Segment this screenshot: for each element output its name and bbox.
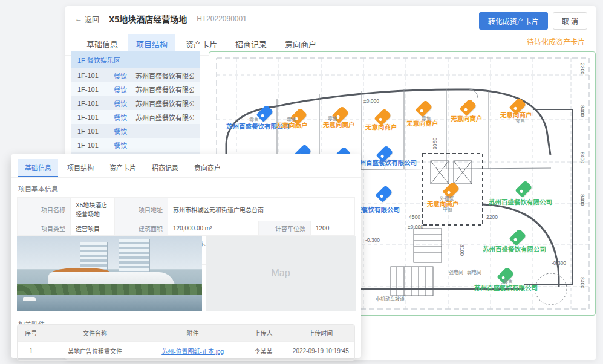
- project-address-label: 项目地址: [115, 198, 168, 221]
- project-name-label: 项目名称: [18, 198, 71, 221]
- plan-label: 非机动车坡道: [376, 295, 405, 302]
- attachments-column-header: 上传人: [240, 325, 287, 341]
- front-tab[interactable]: 招商记录: [145, 159, 185, 177]
- plan-label: ±0.000: [363, 98, 379, 104]
- plan-label: 无意向商户: [451, 114, 483, 123]
- project-type-value: 运营项目: [71, 221, 115, 236]
- plan-label: 弱电间: [467, 268, 481, 275]
- building-area-label: 建筑面积: [115, 221, 168, 236]
- plan-label: 无意向商户: [365, 122, 397, 131]
- contract-code: HT2022090001: [197, 15, 247, 23]
- unit-list: 1F 餐饮娱乐区 1F-101餐饮苏州百盛餐饮有限公司1F-101餐饮苏州百盛餐…: [71, 51, 200, 166]
- page-title: X5地块酒店经营场地: [109, 13, 187, 25]
- unit-group-header[interactable]: 1F 餐饮娱乐区: [71, 51, 200, 68]
- map-placeholder-text: Map: [271, 268, 290, 279]
- attachment-cell: 2022-09-19 10:19:45: [287, 341, 354, 360]
- unit-type: 餐饮: [114, 112, 135, 122]
- convert-to-asset-card-button[interactable]: 转化成资产卡片: [479, 12, 548, 30]
- map-placeholder[interactable]: Map: [206, 236, 356, 311]
- attachments-column-header: 附件: [146, 325, 240, 341]
- attachments-column-header: 文件名称: [45, 325, 146, 341]
- plan-label: 4500: [409, 214, 420, 220]
- unit-code: 1F-101: [77, 86, 105, 93]
- attachment-cell: 李某某: [240, 341, 287, 360]
- unit-row[interactable]: 1F-101餐饮苏州百盛餐饮有限公司: [71, 110, 200, 124]
- project-name-value: X5地块酒店经营场地: [71, 198, 115, 221]
- front-tab[interactable]: 资产卡片: [103, 159, 143, 177]
- attachments-table-header: 序号文件名称附件上传人上传时间: [18, 325, 354, 341]
- unit-type: 餐饮: [114, 71, 135, 80]
- plan-label: 无意向商户: [323, 120, 355, 129]
- unit-code: 1F-101: [77, 72, 105, 79]
- unit-rows: 1F-101餐饮苏州百盛餐饮有限公司1F-101餐饮苏州百盛餐饮有限公司1F-1…: [71, 68, 200, 166]
- back-label: 返回: [85, 14, 99, 24]
- unit-company: 苏州百盛餐饮有限公司: [135, 112, 194, 122]
- plan-label: 零售: [515, 117, 525, 124]
- plan-label: 8400: [579, 277, 585, 288]
- plan-label: 8400: [579, 105, 585, 117]
- unit-code: 1F-101: [77, 100, 105, 107]
- unit-row[interactable]: 1F-101餐饮: [71, 124, 200, 138]
- window-header: ← 返回 X5地块酒店经营场地 HT2022090001 转化成资产卡片 取 消: [65, 6, 596, 31]
- plan-label: 苏州百盛餐饮有限公司: [353, 158, 417, 167]
- unit-code: 1F-101: [77, 128, 105, 135]
- parking-count-label: 计容车位数: [259, 221, 311, 236]
- unit-type: 餐饮: [114, 99, 135, 108]
- basic-info-section-title: 项目基本信息: [18, 184, 354, 193]
- unit-row[interactable]: 1F-101餐饮苏州百盛餐饮有限公司: [71, 96, 200, 110]
- project-type-label: 项目类型: [18, 221, 71, 236]
- plan-label: 3100: [459, 244, 465, 256]
- plan-label: 中庭: [443, 206, 452, 212]
- plan-label: -0.300: [552, 260, 566, 266]
- unit-company: 苏州百盛餐饮有限公司: [135, 85, 194, 94]
- unit-row[interactable]: 1F-101餐饮苏州百盛餐饮有限公司: [71, 68, 200, 82]
- front-tab[interactable]: 基础信息: [18, 159, 58, 177]
- project-address-value: 苏州市相城区元和街道广电总台南: [168, 198, 355, 221]
- back-button[interactable]: ← 返回: [75, 14, 99, 24]
- plan-label: 苏州百盛餐饮有限公司: [474, 283, 538, 292]
- unit-type: 餐饮: [114, 126, 135, 136]
- front-tab[interactable]: 项目结构: [60, 159, 100, 177]
- building-area-value: 120,000.00 m²: [168, 221, 259, 236]
- unit-row[interactable]: 1F-101餐饮: [71, 138, 200, 152]
- pending-status-text: 待转化成资产卡片: [527, 36, 585, 47]
- plan-label: 苏州百盛餐饮有限公司: [489, 197, 552, 206]
- plan-label: 无意向商户: [276, 120, 308, 129]
- attachment-cell: 某地广告位租赁文件: [45, 341, 146, 360]
- cancel-button[interactable]: 取 消: [553, 12, 587, 30]
- plan-label: 3200: [432, 138, 438, 149]
- front-window-tabs: 基础信息项目结构资产卡片招商记录意向商户: [11, 159, 361, 178]
- unit-type: 餐饮: [114, 140, 135, 150]
- unit-code: 1F-101: [77, 141, 105, 149]
- unit-company: 苏州百盛餐饮有限公司: [135, 99, 194, 108]
- parking-count-value: 1200: [311, 221, 355, 236]
- plan-label: ±0.000: [408, 224, 423, 230]
- plan-label: 8400: [579, 152, 585, 163]
- front-tab[interactable]: 意向商户: [187, 159, 227, 177]
- attachment-cell: 1: [18, 341, 45, 360]
- project-photo: [17, 236, 202, 311]
- plan-label: 2200: [486, 214, 498, 220]
- unit-type: 餐饮: [114, 85, 135, 94]
- unit-row[interactable]: 1F-101餐饮苏州百盛餐饮有限公司: [71, 82, 200, 96]
- photo-water: [17, 295, 202, 311]
- attachment-link[interactable]: 苏州-位置图纸-正本.jpg: [146, 341, 240, 360]
- plan-label: 2300: [579, 63, 585, 74]
- attachments-column-header: 序号: [18, 325, 45, 341]
- attachments-table: 序号文件名称附件上传人上传时间 1某地广告位租赁文件苏州-位置图纸-正本.jpg…: [17, 324, 355, 361]
- plan-label: 8400: [579, 194, 585, 206]
- back-arrow-icon: ←: [75, 15, 82, 23]
- unit-code: 1F-101: [77, 114, 105, 121]
- unit-company: 苏州百盛餐饮有限公司: [135, 71, 194, 80]
- attachments-table-body: 1某地广告位租赁文件苏州-位置图纸-正本.jpg李某某2022-09-19 10…: [18, 341, 354, 360]
- plan-label: 苏州百盛餐饮有限公司: [483, 244, 546, 253]
- plan-label: 无意向商户: [406, 119, 438, 128]
- basic-info-window: 基础信息项目结构资产卡片招商记录意向商户 项目基本信息 项目名称 X5地块酒店经…: [11, 154, 361, 358]
- attachments-column-header: 上传时间: [287, 325, 354, 341]
- attachment-row: 1某地广告位租赁文件苏州-位置图纸-正本.jpg李某某2022-09-19 10…: [18, 341, 354, 360]
- photo-boat: [23, 297, 36, 301]
- plan-label: 强电间: [449, 268, 463, 275]
- plan-label: -0.300: [365, 237, 380, 243]
